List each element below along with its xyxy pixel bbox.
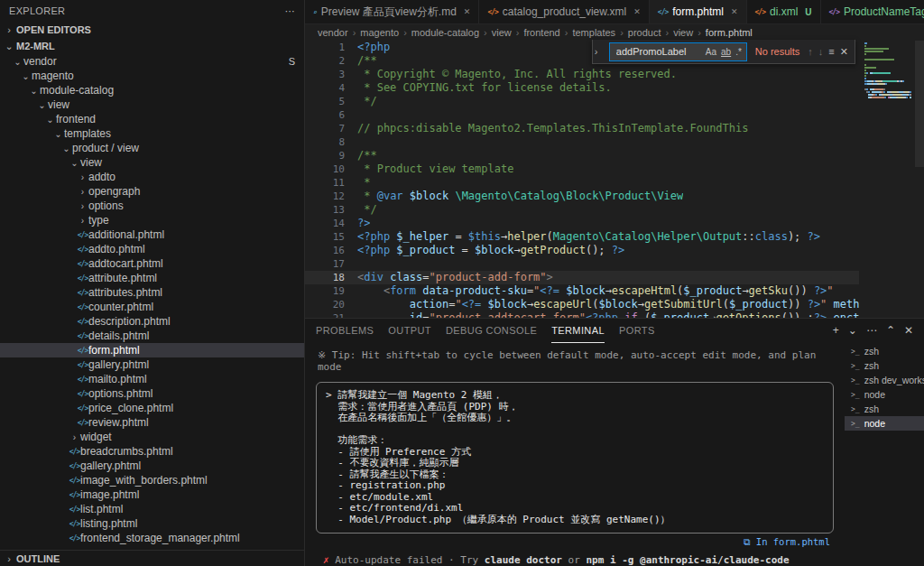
tree-item[interactable]: ⌄magento [0, 69, 304, 83]
panel-tab-ports[interactable]: PORTS [619, 319, 655, 343]
tree-item[interactable]: ⌄templates [0, 126, 304, 141]
tree-item[interactable]: ⌄frontend [0, 112, 304, 126]
editor-tab[interactable]: </>catalog_product_view.xml✕ [479, 0, 649, 23]
breadcrumb-item[interactable]: view [673, 27, 693, 38]
tree-item[interactable]: </>price_clone.phtml [0, 401, 304, 415]
close-icon[interactable]: ✕ [464, 7, 471, 16]
tree-item[interactable]: </>details.phtml [0, 329, 304, 343]
breadcrumb-item[interactable]: magento [360, 27, 399, 38]
tree-item[interactable]: </>attribute.phtml [0, 271, 304, 285]
tree-item[interactable]: </>options.phtml [0, 386, 304, 401]
tree-item[interactable]: ›options [0, 199, 304, 213]
terminal-list-item[interactable]: >_zsh [845, 344, 924, 358]
tree-item[interactable]: </>description.phtml [0, 314, 304, 329]
open-editors-section[interactable]: › OPEN EDITORS [0, 22, 304, 38]
panel-tab-terminal[interactable]: TERMINAL [551, 319, 605, 343]
whole-word-icon[interactable]: ab [721, 47, 731, 57]
chevron-down-icon: ⌄ [12, 57, 23, 67]
tree-item[interactable]: ›addto [0, 170, 304, 184]
terminal-list-item[interactable]: >_zsh dev_works [845, 373, 924, 387]
toggle-replace-icon[interactable]: › [595, 46, 604, 57]
tree-item[interactable]: ›widget [0, 430, 304, 444]
tree-item[interactable]: </>frontend_storage_manager.phtml [0, 531, 304, 545]
tree-item[interactable]: ⌄vendorS [0, 54, 304, 69]
terminal-list-item[interactable]: >_zsh [845, 358, 924, 373]
tree-item[interactable]: ⌄view [0, 155, 304, 170]
tree-item[interactable]: ⌄view [0, 97, 304, 112]
chevron-down-icon: ⌄ [28, 86, 40, 96]
close-icon[interactable]: ✕ [633, 7, 641, 16]
chevron-down-icon: ⌄ [20, 71, 32, 81]
tree-item[interactable]: </>addtocart.phtml [0, 256, 304, 271]
panel-more-actions-icon[interactable]: ⋯ [866, 324, 877, 337]
tree-item-label: list.phtml [80, 503, 123, 515]
panel-tab-debug-console[interactable]: DEBUG CONSOLE [446, 319, 537, 343]
tree-item[interactable]: ⌄module-catalog [0, 83, 304, 97]
tree-item[interactable]: </>image.phtml [0, 487, 304, 502]
regex-icon[interactable]: .* [735, 47, 742, 57]
editor-tabs: ⌕Preview 產品頁view分析.md✕</>catalog_product… [305, 0, 924, 23]
tree-item[interactable]: </>additional.phtml [0, 227, 304, 242]
tree-item-label: product / view [72, 142, 139, 154]
breadcrumb-item[interactable]: form.phtml [706, 27, 753, 38]
tree-item[interactable]: ›type [0, 213, 304, 227]
editor-tab[interactable]: </>form.phtml✕ [650, 0, 747, 23]
tree-item[interactable]: </>list.phtml [0, 502, 304, 516]
breadcrumb-item[interactable]: module-catalog [411, 27, 479, 38]
file-icon: </> [69, 506, 80, 514]
tree-item[interactable]: </>review.phtml [0, 415, 304, 430]
breadcrumb-item[interactable]: frontend [523, 27, 559, 38]
breadcrumb-separator: › [516, 27, 520, 38]
tree-item[interactable]: </>form.phtml [0, 343, 304, 357]
tree-item[interactable]: </>breadcrumbs.phtml [0, 444, 304, 459]
breadcrumb-item[interactable]: view [492, 27, 512, 38]
breadcrumb-item[interactable]: product [628, 27, 661, 38]
match-case-icon[interactable]: Aa [706, 47, 716, 57]
code-editor[interactable]: 1<?php2/**3 * Copyright © Magento, Inc. … [305, 41, 924, 319]
tree-item[interactable]: </>mailto.phtml [0, 372, 304, 386]
claude-prompt-box[interactable]: > 請幫我建立一個 Magento 2 模組， 需求：當使用者進入產品頁 (PD… [316, 382, 834, 534]
previous-match-icon[interactable]: ↑ [808, 46, 813, 57]
tree-item[interactable]: </>addto.phtml [0, 242, 304, 256]
terminal-icon: >_ [851, 391, 860, 399]
terminal-viewport[interactable]: ※ Tip: Hit shift+tab to cycle between de… [305, 342, 845, 566]
tree-item[interactable]: </>attributes.phtml [0, 285, 304, 300]
tree-item[interactable]: ›opengraph [0, 184, 304, 199]
tree-item[interactable]: </>image_with_borders.phtml [0, 473, 304, 487]
close-find-icon[interactable]: ✕ [840, 46, 848, 58]
code-line: 12 * @var $block \Magento\Catalog\Block\… [305, 190, 859, 203]
panel-tab-problems[interactable]: PROBLEMS [316, 319, 374, 343]
minimap[interactable] [864, 42, 911, 99]
find-input[interactable] [614, 45, 701, 58]
next-match-icon[interactable]: ↓ [818, 46, 824, 57]
tree-item[interactable]: </>counter.phtml [0, 300, 304, 314]
tree-item[interactable]: </>gallery.phtml [0, 459, 304, 473]
editor-tab[interactable]: ⌕Preview 產品頁view分析.md✕ [305, 0, 479, 23]
terminal-dropdown-icon[interactable]: ⌄ [848, 324, 857, 337]
terminal-list-item[interactable]: >_zsh [845, 402, 924, 416]
panel-tab-output[interactable]: OUTPUT [388, 319, 431, 343]
workspace-root[interactable]: ⌄ M2-MRL [0, 38, 304, 54]
editor-tab[interactable]: </>di.xmlU [747, 0, 821, 23]
explorer-more-actions-icon[interactable]: ⋯ [285, 5, 295, 17]
outline-section[interactable]: › OUTLINE [0, 550, 304, 566]
close-panel-icon[interactable]: ✕ [904, 324, 913, 337]
editor-tab-bar: ⌕Preview 產品頁view分析.md✕</>catalog_product… [305, 0, 924, 24]
tree-item[interactable]: ⌄product / view [0, 141, 304, 155]
maximize-panel-icon[interactable]: ⌃ [886, 324, 895, 337]
terminal-icon: >_ [851, 376, 860, 385]
terminal-list-item[interactable]: >_node [845, 416, 924, 431]
breadcrumb-item[interactable]: templates [572, 27, 615, 38]
code-line: 13 */ [305, 203, 859, 217]
new-terminal-icon[interactable]: + [833, 324, 839, 337]
editor-tab[interactable]: </>ProductNameTag.phpU [821, 0, 924, 23]
file-icon: </> [69, 477, 80, 485]
tree-item-label: view [80, 156, 102, 169]
terminal-list-item[interactable]: >_node [845, 387, 924, 402]
tree-item[interactable]: </>gallery.phtml [0, 357, 304, 372]
tree-item[interactable]: </>listing.phtml [0, 516, 304, 531]
breadcrumb-item[interactable]: vendor [318, 27, 348, 38]
find-in-selection-icon[interactable]: ≡ [828, 46, 834, 57]
close-icon[interactable]: ✕ [731, 7, 738, 16]
tree-item-label: type [88, 214, 109, 227]
